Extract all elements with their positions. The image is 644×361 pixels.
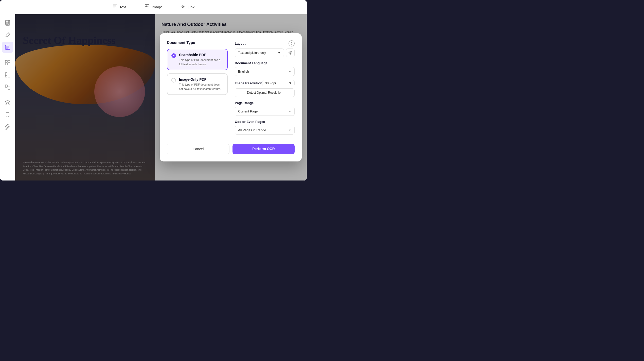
main-content: Secret Of Happiness Research From Around… bbox=[0, 14, 307, 180]
tab-image[interactable]: Image bbox=[140, 2, 166, 12]
svg-rect-20 bbox=[5, 73, 7, 75]
detect-resolution-button[interactable]: Detect Optimal Resolution bbox=[235, 88, 295, 97]
page-range-chevron: ▼ bbox=[289, 110, 291, 113]
language-chevron: ▼ bbox=[289, 70, 291, 73]
svg-rect-19 bbox=[8, 63, 10, 65]
sidebar-divider bbox=[4, 55, 11, 55]
radio-image-only[interactable] bbox=[171, 78, 176, 83]
dialog-footer: Cancel Perform OCR bbox=[167, 144, 295, 154]
svg-rect-16 bbox=[5, 60, 7, 62]
settings-section: Layout ? Text and picture only ▼ bbox=[234, 40, 295, 139]
svg-rect-24 bbox=[8, 87, 10, 89]
sidebar bbox=[0, 14, 15, 180]
resolution-label: Image Resolution bbox=[235, 81, 262, 85]
page-range-label: Page Range bbox=[235, 101, 295, 105]
doc-type-searchable[interactable]: Searchable PDF This type of PDF document… bbox=[167, 49, 228, 70]
odd-even-subsection: Odd or Even Pages All Pages in Range ▼ bbox=[235, 120, 295, 135]
odd-even-select[interactable]: All Pages in Range ▼ bbox=[235, 126, 295, 135]
svg-rect-1 bbox=[113, 6, 116, 6]
svg-rect-2 bbox=[113, 7, 116, 7]
document-area: Secret Of Happiness Research From Around… bbox=[15, 14, 307, 180]
document-type-section: Document Type Searchable PDF This type o… bbox=[167, 40, 228, 139]
tab-link-label: Link bbox=[188, 5, 195, 9]
image-icon bbox=[145, 4, 150, 10]
page-range-subsection: Page Range Current Page ▼ bbox=[235, 101, 295, 116]
searchable-pdf-title: Searchable PDF bbox=[179, 53, 223, 57]
layout-label: Layout bbox=[235, 42, 246, 45]
help-icon[interactable]: ? bbox=[289, 40, 295, 46]
document-title: Secret Of Happiness bbox=[23, 35, 148, 46]
page-range-value: Current Page bbox=[238, 109, 258, 113]
resolution-chevron: ▼ bbox=[289, 81, 292, 85]
gear-icon-button[interactable] bbox=[286, 48, 295, 57]
toolbar: Text Image Link bbox=[0, 0, 307, 14]
svg-rect-18 bbox=[5, 63, 7, 65]
sidebar-item-layers[interactable] bbox=[2, 97, 13, 108]
layout-value: Text and picture only bbox=[238, 51, 266, 55]
text-icon bbox=[112, 4, 117, 10]
image-only-pdf-title: Image-Only PDF bbox=[179, 77, 223, 81]
tab-text-label: Text bbox=[119, 5, 127, 9]
language-select[interactable]: English ▼ bbox=[235, 67, 295, 76]
sidebar-item-organize[interactable] bbox=[2, 69, 13, 80]
sidebar-item-bookmark[interactable] bbox=[2, 109, 13, 120]
svg-rect-17 bbox=[8, 60, 10, 62]
sidebar-item-convert[interactable] bbox=[2, 81, 13, 93]
page-range-select[interactable]: Current Page ▼ bbox=[235, 107, 295, 116]
doc-type-searchable-content: Searchable PDF This type of PDF document… bbox=[179, 53, 223, 66]
odd-even-value: All Pages in Range bbox=[238, 128, 266, 132]
svg-rect-0 bbox=[113, 5, 117, 5]
sidebar-item-attach[interactable] bbox=[2, 121, 13, 133]
resolution-select[interactable]: 300 dpi ▼ bbox=[262, 80, 295, 86]
resolution-subsection: Image Resolution 300 dpi ▼ Detect Optima… bbox=[235, 80, 295, 97]
svg-rect-6 bbox=[6, 20, 9, 24]
svg-point-25 bbox=[290, 52, 291, 54]
resolution-value: 300 dpi bbox=[265, 81, 276, 85]
cancel-button[interactable]: Cancel bbox=[167, 144, 229, 154]
layout-chevron: ▼ bbox=[278, 51, 281, 55]
perform-ocr-button[interactable]: Perform OCR bbox=[232, 144, 295, 154]
sidebar-item-pages[interactable] bbox=[2, 57, 13, 68]
svg-rect-21 bbox=[8, 75, 10, 77]
searchable-pdf-desc: This type of PDF document has a full tex… bbox=[179, 58, 223, 66]
tab-link[interactable]: Link bbox=[176, 2, 199, 12]
app-window: Text Image Link bbox=[0, 0, 307, 180]
svg-rect-22 bbox=[5, 75, 7, 77]
sidebar-item-document[interactable] bbox=[2, 17, 13, 28]
link-icon bbox=[181, 4, 186, 10]
ocr-dialog: Document Type Searchable PDF This type o… bbox=[160, 33, 302, 161]
svg-rect-3 bbox=[113, 8, 115, 8]
image-only-pdf-desc: This type of PDF document does not have … bbox=[179, 83, 223, 91]
sidebar-item-edit[interactable] bbox=[2, 29, 13, 41]
tab-text[interactable]: Text bbox=[108, 2, 131, 12]
odd-even-label: Odd or Even Pages bbox=[235, 120, 295, 124]
doc-type-title: Document Type bbox=[167, 40, 228, 45]
radio-searchable[interactable] bbox=[171, 53, 176, 58]
sidebar-item-annotate[interactable] bbox=[2, 42, 13, 53]
language-value: English bbox=[238, 70, 249, 73]
language-label: Document Language bbox=[235, 61, 295, 65]
doc-type-image-only[interactable]: Image-Only PDF This type of PDF document… bbox=[167, 73, 228, 95]
layout-select[interactable]: Text and picture only ▼ bbox=[235, 48, 284, 57]
tab-image-label: Image bbox=[152, 5, 162, 9]
sidebar-divider-2 bbox=[4, 95, 11, 95]
layout-subsection: Layout ? Text and picture only ▼ bbox=[235, 40, 295, 57]
language-subsection: Document Language English ▼ bbox=[235, 61, 295, 76]
doc-type-image-content: Image-Only PDF This type of PDF document… bbox=[179, 77, 223, 91]
odd-even-chevron: ▼ bbox=[289, 129, 291, 132]
svg-rect-7 bbox=[6, 20, 10, 25]
